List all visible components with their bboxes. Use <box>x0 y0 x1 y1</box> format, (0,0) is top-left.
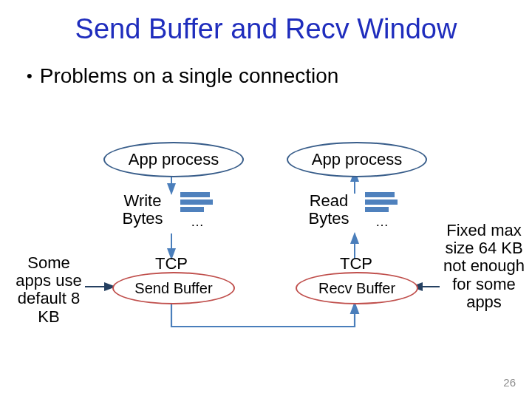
right-bars-icon <box>365 192 398 214</box>
left-ellipsis: … <box>191 214 205 230</box>
right-action-label: Read Bytes <box>304 192 353 228</box>
left-buffer-label: Send Buffer <box>134 280 212 296</box>
right-buffer-label: Recv Buffer <box>318 280 395 296</box>
slide-number: 26 <box>503 376 516 389</box>
right-note: Fixed max size 64 KB not enough for some… <box>440 222 528 311</box>
left-buffer-bubble: Send Buffer <box>112 272 235 304</box>
right-ellipsis: … <box>375 214 389 230</box>
left-app-process-label: App process <box>129 151 219 168</box>
right-buffer-bubble: Recv Buffer <box>296 272 418 304</box>
connectors-svg <box>0 0 532 399</box>
left-tcp-label: TCP <box>155 254 188 273</box>
left-app-process-bubble: App process <box>103 142 244 177</box>
right-tcp-label: TCP <box>340 254 372 273</box>
left-note: Some apps use default 8 KB <box>9 254 89 326</box>
left-bars-icon <box>180 192 213 214</box>
right-app-process-bubble: App process <box>287 142 427 177</box>
left-action-label: Write Bytes <box>117 192 168 228</box>
right-app-process-label: App process <box>312 151 402 168</box>
